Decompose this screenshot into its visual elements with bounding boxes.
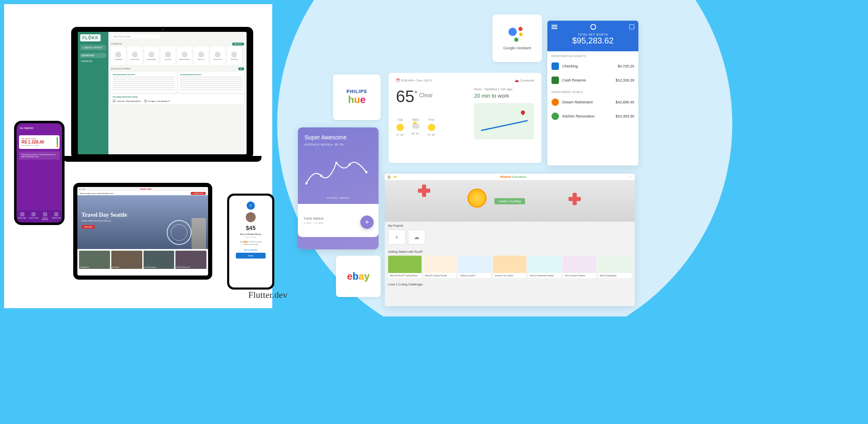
goal-row[interactable]: Kitchen Renovation$10,303.30 <box>547 109 638 123</box>
set-reminder-link[interactable]: Set a reminder <box>232 249 270 251</box>
commute-meta: Ross · Updated 1 min ago <box>474 87 534 91</box>
calendar-icon[interactable] <box>629 24 634 29</box>
mood-legend: ● current ○ previous <box>305 196 372 199</box>
folio-thumb[interactable]: Weekend Getaway vol.8 <box>175 251 206 269</box>
visa-info: Visa •••• 1234 <box>232 236 270 238</box>
avatar <box>132 52 138 57</box>
flokk-app: FLŌKK + CREATE CONTACT DASHBOARD CONTACT… <box>78 32 247 154</box>
commute-map[interactable] <box>474 103 534 139</box>
tutorial-card[interactable]: How to Download Projects <box>528 256 561 278</box>
hero-image[interactable]: Travel Day Seattle 3 pages · A photo jou… <box>77 195 208 249</box>
mood-chart <box>305 151 372 195</box>
invoice-card[interactable]: FATURA FECHADA R$ 1.328,40 VENCIMENTO 15… <box>19 135 60 149</box>
recent-purchase[interactable]: Compra mais recente em Empório Gourmet n… <box>19 151 60 160</box>
forecast-day[interactable]: TUE72° 56° <box>396 118 404 136</box>
create-contact-button[interactable]: + CREATE CONTACT <box>80 45 106 50</box>
building-graphic <box>192 218 206 249</box>
phone-nubank: nu Gabriel FATURA FECHADA R$ 1.328,40 VE… <box>14 121 65 225</box>
contact-card[interactable]: Jared Chen <box>127 47 142 65</box>
folio-thumb[interactable]: Camp Adventure <box>79 251 110 269</box>
contacts-header: CONTACTS FAVORITE <box>111 43 244 45</box>
social-header: SOCIAL ACTIVITIES All <box>111 67 244 70</box>
invoice-due: VENCIMENTO 15 ABR <box>22 144 57 146</box>
search-input[interactable]: Search for contact <box>111 34 161 38</box>
tutorial-card[interactable]: Connect Your Robot <box>493 256 527 278</box>
nav-dashboard[interactable]: DASHBOARD <box>80 53 106 58</box>
sun-icon <box>396 124 404 131</box>
upcoming-dates: UPCOMING IMPORTANT DATES Katie Kind Wedn… <box>111 94 244 104</box>
usage-bar <box>57 137 58 147</box>
source-caption: Flutter.dev <box>248 290 288 300</box>
google-assistant-card[interactable]: Google Assistant <box>492 14 542 62</box>
favorite-pill[interactable]: FAVORITE <box>232 43 244 46</box>
contact-name: Laura Ko <box>165 58 171 60</box>
nav-item[interactable]: Indicar amigos <box>17 210 28 223</box>
svg-point-1 <box>320 175 322 177</box>
contact-name: Jacob Fisher <box>147 58 156 60</box>
forecast-day[interactable]: THU70° 55° <box>427 118 436 136</box>
tutorial-card[interactable]: iRobot® Coding Tutorial <box>423 256 457 278</box>
done-button[interactable]: Done <box>236 253 266 259</box>
commute-block: Ross · Updated 1 min ago 20 min to work <box>474 87 534 139</box>
contact-card[interactable]: Cindy Red <box>111 47 126 65</box>
nav-item[interactable]: Bloquear cartão <box>51 210 62 223</box>
nav-item[interactable]: Cobrar um amigo <box>28 210 40 223</box>
flokk-logo: FLŌKK <box>80 34 101 41</box>
sun-icon <box>428 124 435 131</box>
tutorial-card[interactable]: Coding in Level 1 <box>458 256 492 278</box>
nav-contacts[interactable]: CONTACTS <box>80 59 106 64</box>
finance-app: TOTAL NET WORTH $95,283.62 EVERYDAY ACCO… <box>547 21 638 165</box>
folio-thumb[interactable]: Costa Rica Inspiration <box>144 251 175 269</box>
contact-card[interactable]: Tracy Lewis <box>210 47 225 65</box>
add-fab-button[interactable]: + <box>360 216 374 229</box>
contact-card[interactable]: Michael Ward <box>177 47 192 65</box>
nubank-screen: nu Gabriel FATURA FECHADA R$ 1.328,40 VE… <box>17 123 62 223</box>
contact-card[interactable]: Vina Ray <box>227 47 242 65</box>
contact-card[interactable]: Jacob Fisher <box>144 47 159 65</box>
contact-card[interactable]: Sam Lee <box>194 47 209 65</box>
laptop-base <box>63 156 261 162</box>
tutorial-strip: Meet the Root® Coding Robot iRobot® Codi… <box>385 256 635 280</box>
goal-row[interactable]: Dream Retirement$42,685.45 <box>547 95 638 109</box>
contact-name: Vina Ray <box>231 58 237 60</box>
nav-item[interactable]: Pagar no Fornecedor <box>39 210 51 223</box>
ebay-card[interactable]: ebay <box>336 256 381 297</box>
projects-row: + ☁ <box>385 230 635 248</box>
payment-message: "Best 🍔🍟 I've had in a while! Thanks for… <box>232 241 270 245</box>
menu-icon[interactable]: ⋯ <box>629 175 632 179</box>
folder-icon[interactable]: 📁 <box>393 175 397 179</box>
forecast-day[interactable]: WED68° 54° <box>412 118 420 136</box>
recipient-avatar <box>246 212 256 222</box>
account-row[interactable]: Cash Reserve$12,330.29 <box>547 73 638 87</box>
hamburger-icon[interactable] <box>551 25 557 29</box>
ebay-logo: ebay <box>347 271 370 282</box>
new-folio-button[interactable]: + NEW FOLIO <box>191 192 206 195</box>
view-map-button[interactable]: VIEW MAP <box>82 225 95 229</box>
level1-header: Level 1 Coding Challenges <box>385 280 635 288</box>
dates-header: UPCOMING IMPORTANT DATES <box>113 96 242 98</box>
phone-payment: ✓ $45 Sent to Michael Mizono Visa •••• 1… <box>227 194 274 290</box>
tutorial-card[interactable]: How to Share Projects <box>563 256 597 278</box>
week-label: THIS WEEK <box>304 217 324 220</box>
tablet-mockup: Flutter folio Good morning. You've creat… <box>73 183 212 280</box>
tutorial-card[interactable]: Robot Typography <box>598 256 631 278</box>
all-pill[interactable]: All <box>238 67 244 70</box>
philips-hue-card[interactable]: PHILIPS hue <box>333 74 381 120</box>
new-project-button[interactable]: + <box>388 230 405 244</box>
invoice-amount: R$ 1.328,40 <box>22 140 57 144</box>
twitter-column: TWITTER RECENT ACTIVITY <box>111 72 177 93</box>
mood-tracker-card: Super Awesome AVERAGE MOOD ▸ 38.7% ● cur… <box>298 127 379 249</box>
home-icon[interactable]: 🏠 <box>387 175 391 179</box>
goal-icon <box>551 113 559 120</box>
date-item[interactable]: Katie Kind Wednesday May 20 <box>113 99 141 103</box>
flokk-main: Search for contact CONTACTS FAVORITE Cin… <box>108 32 247 154</box>
net-worth-value: $95,283.62 <box>551 36 634 46</box>
folio-thumb[interactable]: Paris Project <box>111 251 142 269</box>
ferris-wheel-graphic <box>167 220 192 245</box>
download-project-button[interactable]: ☁ <box>408 230 425 244</box>
laptop-mockup: FLŌKK + CREATE CONTACT DASHBOARD CONTACT… <box>71 27 253 159</box>
tutorial-card[interactable]: Meet the Root® Coding Robot <box>388 256 422 278</box>
contact-card[interactable]: Laura Ko <box>161 47 175 65</box>
date-item[interactable]: Eric Ayers Thursday May 21 <box>144 99 170 103</box>
account-row[interactable]: Checking$4,725.20 <box>547 59 638 73</box>
